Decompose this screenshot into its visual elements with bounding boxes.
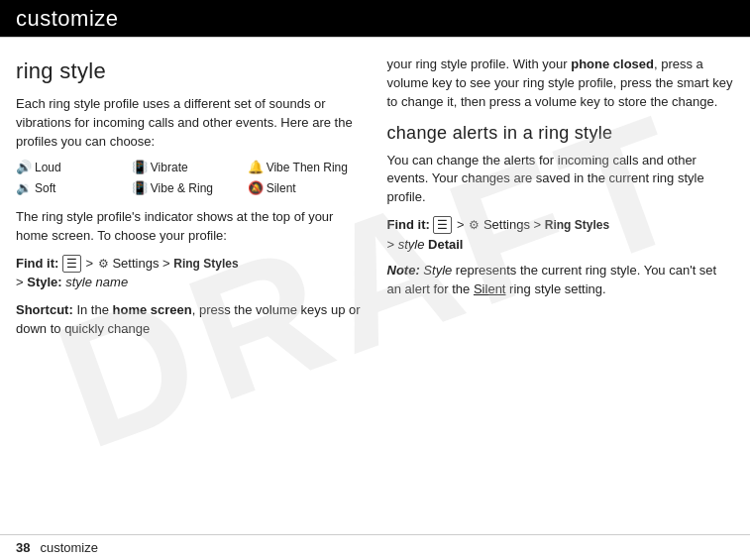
find-it-left: Find it: ☰ > ⚙ Settings > Ring Styles > … [16, 254, 364, 292]
find-it-right: Find it: ☰ > ⚙ Settings > Ring Styles > … [387, 215, 735, 254]
find-it-left-settings-text: Settings > Ring Styles [112, 256, 238, 271]
indicator-text: The ring style profile's indicator shows… [16, 208, 364, 246]
menu-icon: ☰ [62, 255, 81, 273]
vibrate-label: Vibrate [151, 160, 188, 176]
right-intro-text: your ring style profile. With your phone… [387, 56, 735, 112]
vibrate-icon: 📳 [132, 159, 148, 177]
ring-style-soft: 🔉 Soft [16, 179, 132, 198]
menu-icon-right: ☰ [433, 216, 452, 234]
loud-label: Loud [35, 160, 61, 176]
find-it-left-style-text: > Style: style name [16, 275, 128, 289]
ring-style-vibrate: 📳 Vibrate [132, 159, 248, 177]
soft-label: Soft [35, 180, 55, 197]
find-it-right-label: Find it: [387, 217, 430, 232]
page-title: customize [16, 6, 734, 32]
settings-icon-right: ⚙ [469, 218, 480, 232]
footer-text: customize [40, 540, 98, 555]
soft-icon: 🔉 [16, 179, 32, 198]
vibe-then-ring-label: Vibe Then Ring [267, 160, 348, 176]
note-label: Note: [387, 263, 420, 278]
ring-style-vibe-ring: 📳 Vibe & Ring [132, 179, 248, 198]
page-header: customize [0, 0, 750, 37]
find-it-right-style-text: > style Detail [387, 237, 464, 252]
vibe-ring-label: Vibe & Ring [151, 180, 213, 197]
shortcut-block: Shortcut: In the home screen, press the … [16, 300, 364, 339]
shortcut-label: Shortcut: [16, 302, 73, 317]
left-section-title: ring style [16, 56, 364, 87]
silent-label: Silent [267, 180, 296, 197]
main-content: ring style Each ring style profile uses … [0, 38, 750, 355]
find-it-left-label: Find it: [16, 256, 58, 271]
left-column: ring style Each ring style profile uses … [16, 56, 364, 345]
ring-style-loud: 🔊 Loud [16, 159, 132, 177]
page-number: 38 [16, 540, 30, 555]
loud-icon: 🔊 [16, 159, 32, 177]
page: DRAFT customize ring style Each ring sty… [0, 0, 750, 560]
note-body: Style represents the current ring style.… [387, 263, 717, 296]
ring-styles-grid: 🔊 Loud 📳 Vibrate 🔔 Vibe Then Ring 🔉 Soft… [16, 159, 364, 198]
right-section-body: You can change the alerts for incoming c… [387, 152, 735, 208]
right-section-title: change alerts in a ring style [387, 120, 735, 146]
ring-style-vibe-then-ring: 🔔 Vibe Then Ring [248, 159, 364, 177]
find-it-right-settings-text: Settings > Ring Styles [483, 217, 609, 232]
right-column: your ring style profile. With your phone… [387, 56, 735, 345]
left-intro-text: Each ring style profile uses a different… [16, 95, 364, 152]
silent-icon: 🔕 [248, 179, 264, 198]
ring-style-silent: 🔕 Silent [248, 179, 364, 198]
settings-icon-left: ⚙ [98, 257, 109, 271]
vibe-then-ring-icon: 🔔 [248, 159, 264, 177]
vibe-ring-icon: 📳 [132, 179, 148, 198]
note-paragraph: Note: Style represents the current ring … [387, 262, 735, 299]
page-footer: 38 customize [0, 534, 750, 560]
